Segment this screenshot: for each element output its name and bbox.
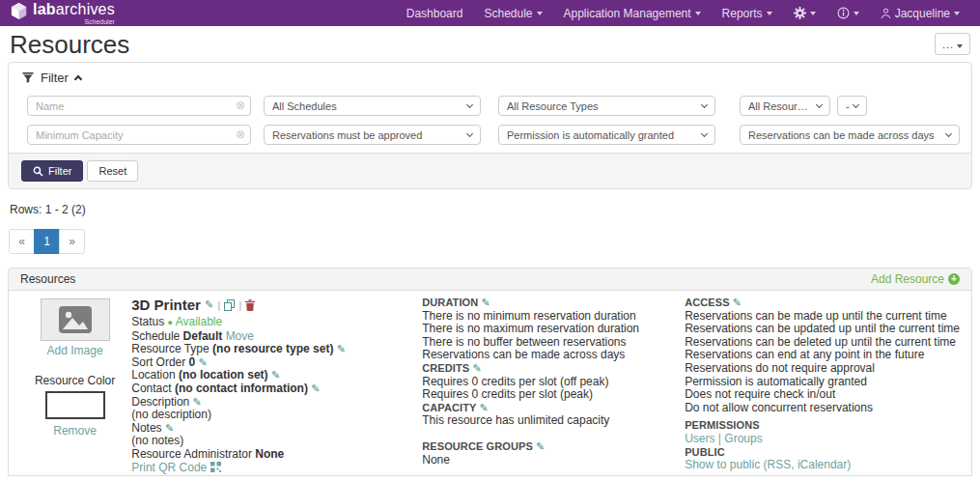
status-qualifier-select[interactable]: - — [837, 96, 867, 116]
chevron-down-icon — [701, 101, 708, 108]
approval-filter-select[interactable]: Reservations must be approved — [264, 125, 481, 145]
access-line: Permission is automatically granted — [685, 376, 960, 389]
nav-settings-menu[interactable] — [783, 0, 826, 26]
name-filter-input[interactable] — [27, 96, 251, 116]
permissions-links: Users | Groups — [685, 433, 960, 446]
logo-lab: lab — [33, 1, 56, 17]
filter-fields: ⊗ All Schedules All Resource Types All R… — [9, 89, 971, 153]
chevron-down-icon — [466, 101, 473, 108]
more-actions-button[interactable]: ... — [935, 33, 970, 55]
edit-icon[interactable]: ✎ — [193, 396, 202, 408]
edit-icon[interactable]: ✎ — [733, 297, 742, 308]
chevron-down-icon — [957, 44, 963, 48]
chevron-down-icon — [701, 130, 708, 137]
nav-schedule[interactable]: Schedule — [473, 0, 552, 26]
resource-row: Add Image Resource Color Remove 3D Print… — [9, 291, 971, 474]
pagination: « 1 » — [9, 229, 85, 254]
page-next-button[interactable]: » — [59, 229, 85, 254]
chevron-down-icon — [537, 12, 543, 15]
print-qr-line: Print QR Code — [131, 462, 422, 475]
edit-icon[interactable]: ✎ — [199, 356, 208, 368]
reset-button[interactable]: Reset — [87, 160, 138, 182]
resource-image-placeholder[interactable] — [41, 298, 110, 341]
location-line: Location (no location set) ✎ — [131, 369, 422, 382]
edit-icon[interactable]: ✎ — [481, 297, 490, 308]
edit-icon[interactable]: ✎ — [536, 440, 545, 452]
user-icon — [881, 8, 891, 19]
user-name: Jacqueline — [895, 7, 950, 20]
nav-user-menu[interactable]: Jacqueline — [870, 0, 970, 26]
minimum-capacity-input[interactable] — [27, 125, 251, 145]
resource-type-line: Resource Type (no resource type set) ✎ — [131, 343, 422, 356]
edit-icon[interactable]: ✎ — [271, 369, 280, 381]
nav-help-menu[interactable] — [826, 0, 870, 26]
clear-icon[interactable]: ⊗ — [236, 99, 245, 112]
page-1-button[interactable]: 1 — [34, 229, 60, 254]
edit-icon[interactable]: ✎ — [479, 402, 488, 413]
access-line: Reservations can be made up until the cu… — [685, 310, 960, 324]
credits-line: Requires 0 credits per slot (peak) — [422, 388, 685, 402]
nav-dashboard[interactable]: Dashboard — [396, 0, 474, 26]
contact-line: Contact (no contact information) ✎ — [131, 382, 422, 396]
description-value: (no description) — [131, 409, 422, 422]
filter-collapse-toggle[interactable]: Filter — [9, 63, 971, 89]
status-line: Status ● Available — [131, 316, 422, 330]
filter-title: Filter — [41, 71, 69, 85]
permission-filter-select[interactable]: Permission is automatically granted — [498, 125, 715, 145]
page-prev-button[interactable]: « — [9, 229, 35, 254]
filter-actions: Filter Reset — [9, 153, 971, 188]
logo-scheduler-subtitle: Scheduler — [33, 18, 115, 25]
clear-icon[interactable]: ⊗ — [236, 127, 245, 141]
move-link[interactable]: Move — [226, 329, 254, 343]
access-line: Do not allow concurrent reservations — [685, 402, 960, 415]
schedule-line: Schedule Default Move — [131, 330, 422, 344]
schedules-select[interactable]: All Schedules — [264, 96, 481, 116]
duration-line: There is no buffer between reservations — [422, 336, 685, 350]
edit-icon[interactable]: ✎ — [472, 362, 481, 374]
add-resource-button[interactable]: Add Resource + — [871, 272, 960, 286]
groups-link[interactable]: Groups — [724, 432, 762, 445]
top-navigation-bar: labarchives Scheduler Dashboard Schedule… — [0, 0, 980, 26]
edit-icon[interactable]: ✎ — [311, 382, 320, 394]
notes-value: (no notes) — [131, 435, 422, 448]
chevron-down-icon — [945, 130, 952, 137]
copy-icon[interactable] — [224, 299, 235, 311]
add-image-link[interactable]: Add Image — [30, 344, 120, 357]
print-qr-link[interactable]: Print QR Code — [131, 461, 207, 474]
cube-logo-icon — [10, 2, 28, 20]
users-link[interactable]: Users — [685, 432, 714, 445]
capacity-heading: CAPACITY ✎ — [422, 402, 685, 415]
schedule-value: Default — [183, 329, 223, 343]
remove-color-link[interactable]: Remove — [30, 424, 120, 438]
gear-icon — [794, 7, 806, 19]
info-icon — [837, 7, 850, 19]
rows-summary: Rows: 1 - 2 (2) — [10, 203, 980, 216]
status-value: Available — [176, 315, 222, 328]
edit-icon[interactable]: ✎ — [205, 298, 213, 311]
nav-application-management[interactable]: Application Management — [553, 0, 712, 26]
chevron-down-icon — [816, 101, 823, 108]
resource-types-select[interactable]: All Resource Types — [498, 96, 715, 116]
edit-icon[interactable]: ✎ — [337, 343, 346, 354]
show-to-public-link[interactable]: Show to public (RSS, iCalendar) — [685, 458, 851, 471]
qr-code-icon[interactable] — [210, 462, 221, 472]
resource-statuses-select[interactable]: All Resource Statuses — [740, 96, 830, 116]
labarchives-logo[interactable]: labarchives Scheduler — [10, 2, 115, 25]
access-line: Does not require check in/out — [685, 388, 960, 402]
resource-color-swatch[interactable] — [45, 391, 105, 419]
edit-icon[interactable]: ✎ — [165, 422, 174, 434]
delete-trash-icon[interactable] — [245, 299, 255, 311]
main-nav: Dashboard Schedule Application Managemen… — [396, 0, 970, 26]
duration-line: Reservations can be made across days — [422, 349, 685, 362]
resource-name: 3D Printer — [131, 297, 201, 313]
chevron-down-icon — [853, 101, 859, 108]
nav-reports[interactable]: Reports — [712, 0, 783, 26]
filter-button[interactable]: Filter — [21, 160, 83, 182]
credits-heading: CREDITS ✎ — [422, 362, 685, 376]
logo-archives: archives — [56, 1, 115, 17]
across-days-filter-select[interactable]: Reservations can be made across days — [740, 125, 960, 145]
duration-line: There is no minimum reservation duration — [422, 310, 685, 324]
resource-groups-heading: RESOURCE GROUPS ✎ — [422, 440, 685, 454]
resource-administrator-line: Resource Administrator None — [131, 448, 422, 462]
filter-panel: Filter ⊗ All Schedules All Resource Type… — [8, 62, 972, 189]
